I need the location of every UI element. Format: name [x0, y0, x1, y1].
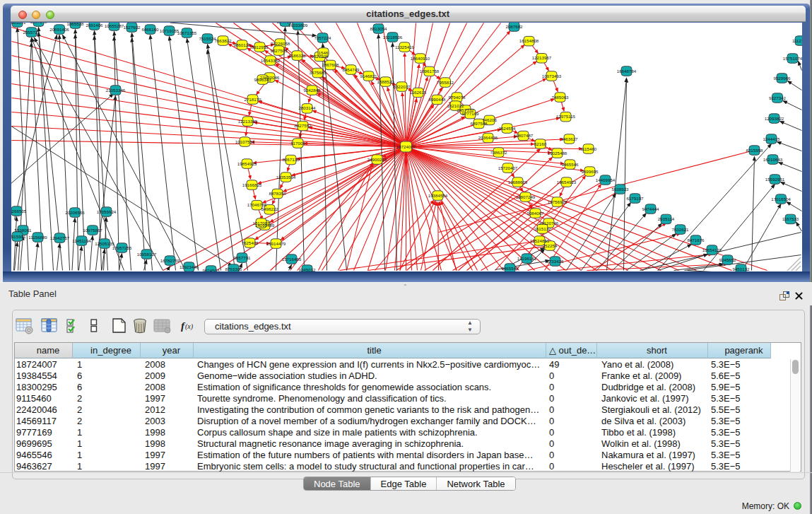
svg-text:1162615: 1162615	[409, 90, 426, 95]
svg-text:9245012: 9245012	[298, 267, 316, 271]
svg-text:18640910: 18640910	[410, 55, 430, 60]
svg-text:10654122: 10654122	[702, 247, 722, 252]
svg-text:5538061: 5538061	[14, 227, 32, 232]
svg-text:19384554: 19384554	[428, 192, 447, 197]
svg-text:9657791: 9657791	[233, 255, 251, 259]
svg-text:19218506: 19218506	[382, 34, 402, 39]
svg-text:6179197: 6179197	[626, 195, 644, 200]
svg-text:9463627: 9463627	[560, 136, 578, 141]
svg-text:10807487: 10807487	[513, 133, 533, 138]
svg-text:8813054: 8813054	[370, 25, 387, 30]
svg-text:9860123: 9860123	[233, 42, 251, 47]
svg-text:1527602: 1527602	[123, 24, 141, 29]
svg-text:8322037: 8322037	[393, 83, 411, 88]
svg-text:9465546: 9465546	[501, 265, 519, 270]
svg-text:1588520: 1588520	[377, 78, 394, 83]
svg-text:18807249: 18807249	[515, 194, 535, 199]
svg-text:3915901: 3915901	[11, 233, 26, 238]
svg-text:2087682: 2087682	[505, 23, 523, 28]
svg-text:9227342: 9227342	[768, 95, 786, 100]
svg-text:19166825: 19166825	[242, 182, 261, 187]
svg-text:9465546: 9465546	[561, 161, 579, 166]
svg-text:9245652: 9245652	[719, 257, 736, 262]
svg-text:23226058: 23226058	[270, 40, 290, 45]
svg-text:20206565: 20206565	[65, 209, 85, 214]
svg-text:8912955: 8912955	[251, 44, 269, 49]
svg-text:7485063: 7485063	[551, 94, 569, 99]
svg-text:9242848: 9242848	[303, 87, 321, 92]
svg-text:12975115: 12975115	[555, 114, 575, 119]
svg-text:10671355: 10671355	[177, 30, 196, 35]
svg-text:2867608: 2867608	[322, 62, 339, 67]
svg-text:7625402: 7625402	[241, 240, 259, 245]
svg-text:9777169: 9777169	[461, 111, 479, 116]
svg-text:1112704: 1112704	[792, 37, 801, 42]
svg-text:8878354: 8878354	[269, 191, 286, 196]
svg-text:24900215: 24900215	[367, 156, 387, 161]
svg-text:9146821: 9146821	[360, 73, 377, 78]
svg-text:8215958: 8215958	[746, 147, 763, 152]
svg-text:15720407: 15720407	[498, 165, 517, 170]
svg-text:2055721: 2055721	[23, 29, 40, 34]
svg-text:10107554: 10107554	[235, 139, 254, 144]
svg-text:10719155: 10719155	[159, 28, 179, 33]
svg-text:9450132: 9450132	[732, 266, 750, 271]
svg-text:20691406: 20691406	[49, 26, 69, 31]
svg-text:2935114: 2935114	[657, 216, 674, 221]
svg-text:10973493: 10973493	[541, 73, 561, 78]
svg-text:3675685: 3675685	[309, 70, 326, 75]
svg-text:6466160: 6466160	[141, 26, 159, 31]
svg-text:16782759: 16782759	[160, 257, 180, 262]
svg-text:16961758: 16961758	[419, 69, 439, 74]
svg-text:5938923: 5938923	[611, 186, 629, 191]
svg-text:7386372: 7386372	[490, 149, 507, 154]
svg-text:12093822: 12093822	[764, 115, 784, 120]
svg-text:1065528: 1065528	[66, 23, 84, 26]
svg-text:1244415: 1244415	[763, 136, 780, 141]
svg-text:16033809: 16033809	[288, 23, 307, 28]
svg-text:8267130: 8267130	[282, 157, 300, 162]
svg-text:11156889: 11156889	[28, 234, 47, 239]
svg-text:14409954: 14409954	[595, 177, 615, 182]
svg-text:2691406: 2691406	[86, 23, 103, 28]
svg-text:9699695: 9699695	[581, 168, 599, 173]
svg-text:1733426: 1733426	[546, 258, 564, 263]
svg-text:7632621: 7632621	[671, 226, 689, 231]
svg-text:9115460: 9115460	[579, 146, 596, 151]
svg-text:9624503: 9624503	[202, 267, 220, 271]
svg-text:9474444: 9474444	[642, 206, 659, 211]
svg-text:1546: 1546	[318, 49, 328, 54]
svg-text:10655287: 10655287	[104, 23, 124, 28]
svg-text:17359924: 17359924	[96, 209, 116, 214]
svg-text:2803144: 2803144	[298, 105, 316, 110]
svg-text:8471676: 8471676	[687, 237, 705, 242]
svg-text:1897340: 1897340	[30, 23, 47, 24]
svg-text:8427552: 8427552	[294, 123, 312, 128]
svg-text:9794078: 9794078	[448, 94, 466, 99]
svg-text:16543382: 16543382	[260, 57, 280, 62]
svg-text:16210643: 16210643	[763, 156, 782, 161]
svg-text:15751074: 15751074	[782, 55, 801, 60]
svg-text:15592951: 15592951	[765, 176, 784, 181]
svg-text:9084067: 9084067	[526, 210, 544, 215]
svg-text:19854925: 19854925	[237, 160, 257, 165]
svg-text:12213967: 12213967	[531, 55, 551, 60]
svg-text:746206: 746206	[482, 117, 497, 122]
svg-text:21053346: 21053346	[105, 87, 125, 92]
svg-text:11325419: 11325419	[394, 44, 414, 49]
svg-text:10688609: 10688609	[507, 179, 527, 184]
svg-text:11451194: 11451194	[72, 238, 91, 243]
svg-text:10958107: 10958107	[136, 251, 156, 256]
svg-text:20120746: 20120746	[539, 220, 558, 225]
svg-text:26266505: 26266505	[11, 208, 27, 213]
svg-text:7515524: 7515524	[199, 35, 216, 40]
svg-text:9896343: 9896343	[254, 76, 271, 81]
svg-text:19654923: 19654923	[556, 179, 576, 184]
svg-text:7357224: 7357224	[314, 35, 331, 40]
svg-text:8454749: 8454749	[342, 66, 360, 71]
svg-text:16154808: 16154808	[519, 38, 539, 43]
svg-text:1615132: 1615132	[534, 226, 551, 230]
svg-text:8186328: 8186328	[288, 52, 306, 57]
svg-text:20364436: 20364436	[478, 135, 498, 140]
svg-text:62160: 62160	[534, 141, 546, 146]
